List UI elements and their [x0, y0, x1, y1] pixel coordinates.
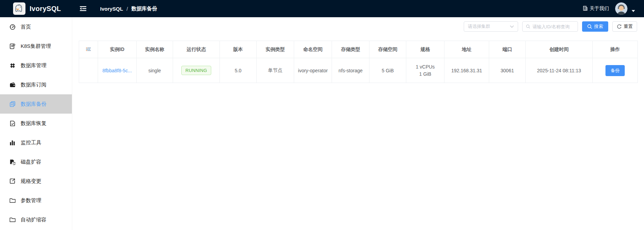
topbar: IvorySQL IvorySQL / 数据库备份 — [0, 0, 644, 17]
reset-button[interactable]: 重置 — [612, 21, 637, 32]
brand-name: IvorySQL — [30, 5, 61, 13]
sidebar-item-label: 规格变更 — [21, 178, 41, 185]
storage-type-cell: nfs-storage — [332, 58, 369, 83]
instances-table-wrap: 实例ID 实例名称 运行状态 版本 实例类型 命名空间 存储类型 存储空间 规格… — [79, 41, 638, 83]
dashboard-icon — [9, 24, 15, 30]
namespace-cell: ivory-operator — [294, 58, 332, 83]
sidebar-item-label: 数据库管理 — [21, 62, 46, 69]
breadcrumb-separator: / — [127, 6, 128, 12]
sidebar-item-database-backup[interactable]: 数据库备份 — [0, 94, 72, 114]
sidebar-item-label: 数据库备份 — [21, 101, 46, 107]
profile-icon — [9, 43, 15, 49]
ivorysql-logo-icon — [13, 2, 25, 15]
search-icon — [587, 24, 592, 29]
col-header-instance-id: 实例ID — [98, 41, 137, 58]
sidebar-item-autoscale[interactable]: 自动扩缩容 — [0, 210, 72, 229]
sidebar-item-spec-change[interactable]: 规格变更 — [0, 171, 72, 191]
col-header-run-status: 运行状态 — [173, 41, 220, 58]
wallet-icon — [9, 82, 15, 87]
main-content: 请选择集群 搜索 重置 — [72, 17, 644, 230]
reset-button-label: 重置 — [624, 23, 633, 30]
instance-type-cell: 单节点 — [257, 58, 294, 83]
building-icon — [583, 6, 588, 12]
search-box — [522, 21, 578, 32]
folder-icon — [9, 217, 15, 222]
col-header-address: 地址 — [444, 41, 489, 58]
status-badge: RUNNING — [181, 66, 211, 75]
bar-chart-icon — [9, 140, 15, 145]
topbar-right: 关于我们 — [583, 2, 644, 15]
breadcrumb-current: 数据库备份 — [131, 6, 157, 12]
chevron-down-icon[interactable] — [632, 10, 635, 12]
chevron-down-icon — [510, 25, 514, 28]
sidebar-item-disk-expand[interactable]: 磁盘扩容 — [0, 152, 72, 171]
version-cell: 5.0 — [220, 58, 257, 83]
sidebar-item-label: 数据库订阅 — [21, 82, 46, 88]
actions-cell: 备份 — [593, 58, 638, 83]
spec-memory: 1 GiB — [408, 71, 442, 78]
sidebar-item-database-mgmt[interactable]: 数据库管理 — [0, 56, 72, 75]
sidebar-item-label: 监控工具 — [21, 139, 41, 146]
spec-cpu: 1 vCPUs — [408, 63, 442, 71]
search-button[interactable]: 搜索 — [582, 21, 608, 32]
col-header-instance-type: 实例类型 — [257, 41, 294, 58]
list-settings-icon — [86, 47, 91, 51]
sidebar-item-label: 数据库恢复 — [21, 120, 46, 127]
sidebar-item-label: 参数管理 — [21, 197, 41, 204]
search-icon — [526, 24, 530, 29]
cluster-select[interactable]: 请选择集群 — [464, 21, 518, 32]
sidebar-item-label: 磁盘扩容 — [21, 159, 41, 165]
instances-table: 实例ID 实例名称 运行状态 版本 实例类型 命名空间 存储类型 存储空间 规格… — [79, 41, 638, 83]
sidebar-item-k8s-clusters[interactable]: K8S集群管理 — [0, 36, 72, 56]
instance-id-cell: 8fbba8f8-5c... — [98, 58, 137, 83]
search-button-label: 搜索 — [594, 23, 603, 30]
brand: IvorySQL — [0, 2, 72, 15]
col-header-version: 版本 — [220, 41, 257, 58]
col-header-instance-name: 实例名称 — [137, 41, 173, 58]
folder-icon — [9, 198, 15, 203]
col-header-port: 端口 — [489, 41, 526, 58]
run-status-cell: RUNNING — [173, 58, 220, 83]
table-row: 8fbba8f8-5c... single RUNNING 5.0 单节点 iv… — [79, 58, 638, 83]
sidebar-item-monitoring[interactable]: 监控工具 — [0, 133, 72, 152]
sidebar-item-label: 首页 — [21, 24, 31, 30]
instance-name-cell: single — [137, 58, 173, 83]
export-icon — [9, 178, 15, 184]
sidebar-item-database-subscribe[interactable]: 数据库订阅 — [0, 75, 72, 94]
col-header-created: 创建时间 — [526, 41, 593, 58]
breadcrumb-root[interactable]: IvorySQL — [100, 6, 123, 12]
menu-fold-icon[interactable] — [80, 6, 86, 11]
breadcrumb: IvorySQL / 数据库备份 — [100, 6, 157, 12]
user-avatar[interactable] — [615, 2, 627, 15]
table-header-row: 实例ID 实例名称 运行状态 版本 实例类型 命名空间 存储类型 存储空间 规格… — [79, 41, 638, 58]
sidebar-item-database-restore[interactable]: 数据库恢复 — [0, 114, 72, 133]
compass-icon — [9, 63, 15, 69]
storage-size-cell: 5 GiB — [369, 58, 406, 83]
instance-id-link[interactable]: 8fbba8f8-5c... — [103, 68, 132, 73]
spec-cell: 1 vCPUs 1 GiB — [406, 58, 444, 83]
expand-cell — [79, 58, 98, 83]
port-cell: 30061 — [489, 58, 526, 83]
cluster-select-placeholder: 请选择集群 — [468, 23, 490, 30]
toolbar: 请选择集群 搜索 重置 — [464, 21, 637, 32]
col-header-namespace: 命名空间 — [294, 41, 332, 58]
refresh-icon — [617, 24, 622, 29]
about-us-label: 关于我们 — [590, 6, 609, 12]
column-settings-header[interactable] — [79, 41, 98, 58]
sidebar-item-home[interactable]: 首页 — [0, 17, 72, 36]
col-header-actions: 操作 — [593, 41, 638, 58]
search-input[interactable] — [533, 24, 574, 29]
address-cell: 192.168.31.31 — [444, 58, 489, 83]
backup-button[interactable]: 备份 — [605, 65, 625, 76]
created-cell: 2025-11-24 08:11:13 — [526, 58, 593, 83]
col-header-storage-size: 存储空间 — [369, 41, 406, 58]
sidebar-item-param-mgmt[interactable]: 参数管理 — [0, 191, 72, 210]
copy-icon — [9, 101, 15, 107]
about-us-link[interactable]: 关于我们 — [583, 6, 609, 12]
sidebar: 首页 K8S集群管理 数据库管理 数据库订阅 数据库备份 数据库恢复 监控工 — [0, 17, 72, 230]
sidebar-item-label: K8S集群管理 — [21, 43, 51, 50]
col-header-spec: 规格 — [406, 41, 444, 58]
sidebar-item-label: 自动扩缩容 — [21, 217, 46, 223]
file-done-icon — [9, 121, 15, 126]
col-header-storage-type: 存储类型 — [332, 41, 369, 58]
